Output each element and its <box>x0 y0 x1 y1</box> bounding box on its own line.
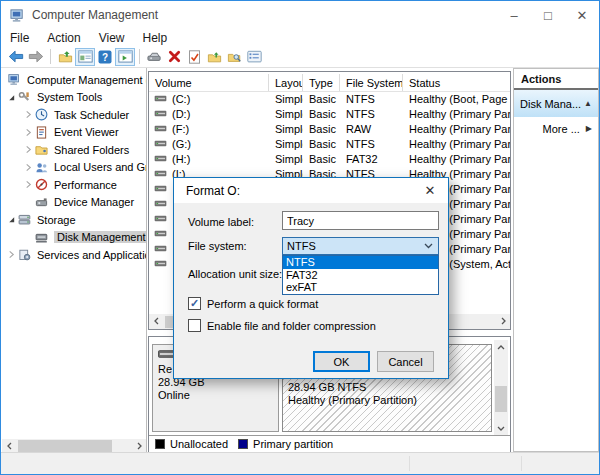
volume-icon <box>154 258 167 270</box>
volume-icon <box>154 153 167 165</box>
chevron-collapsed-icon[interactable] <box>22 145 35 154</box>
help-icon[interactable]: ? <box>95 48 115 66</box>
dropdown-option-ntfs[interactable]: NTFS <box>283 256 438 269</box>
scroll-down-icon[interactable] <box>494 421 508 435</box>
computer-management-window: Computer Management – □ ✕ FileActionView… <box>0 0 600 475</box>
statusbar <box>1 452 599 474</box>
sidebar-item-event-viewer[interactable]: Event Viewer <box>2 124 146 142</box>
chevron-collapsed-icon[interactable] <box>22 128 35 137</box>
properties-icon[interactable] <box>244 48 264 66</box>
scroll-right-icon[interactable] <box>496 314 510 328</box>
disk-vertical-scrollbar[interactable] <box>494 340 508 435</box>
sidebar-item-label: Event Viewer <box>54 126 119 138</box>
dialog-close-icon[interactable]: ✕ <box>412 178 448 203</box>
volume-letter: (C:) <box>172 93 190 105</box>
column-header-file-system[interactable]: File System <box>340 74 403 91</box>
quick-format-checkbox[interactable]: ✓ <box>188 297 201 310</box>
volume-icon <box>154 123 167 135</box>
volume-row[interactable]: (C:)SimpleBasicNTFSHealthy (Boot, Page F <box>149 91 510 106</box>
computer-management-app-icon[interactable] <box>10 8 25 23</box>
volume-row[interactable]: (D:)SimpleBasicNTFSHealthy (Primary Part <box>149 106 510 121</box>
chevron-expanded-icon[interactable] <box>5 215 18 224</box>
ok-button[interactable]: OK <box>313 351 370 372</box>
check-document-icon[interactable] <box>184 48 204 66</box>
file-system-value: NTFS <box>287 240 316 252</box>
sidebar-item-computer-management-l[interactable]: Computer Management (L <box>2 71 146 89</box>
delete-icon[interactable] <box>164 48 184 66</box>
column-header-volume[interactable]: Volume <box>149 74 269 91</box>
chevron-collapsed-icon[interactable] <box>22 180 35 189</box>
scroll-left-icon[interactable] <box>2 439 16 453</box>
menu-view[interactable]: View <box>90 31 134 45</box>
column-header-status[interactable]: Status <box>403 74 510 91</box>
minimize-icon[interactable]: – <box>497 1 531 29</box>
dropdown-option-fat32[interactable]: FAT32 <box>283 269 438 282</box>
disk-management-icon <box>35 231 50 244</box>
scroll-left-icon[interactable] <box>149 314 163 328</box>
tree-horizontal-scrollbar[interactable] <box>2 439 146 453</box>
shared-folders-icon <box>35 143 50 156</box>
collapse-up-icon[interactable]: ▲ <box>584 99 592 108</box>
sidebar-item-system-tools[interactable]: System Tools <box>2 89 146 107</box>
sidebar-item-label: Disk Management <box>54 231 147 243</box>
console-window-icon[interactable] <box>75 48 95 66</box>
volume-icon <box>154 168 167 180</box>
scroll-up-icon[interactable] <box>494 340 508 354</box>
menu-action[interactable]: Action <box>38 31 89 45</box>
folder-up-icon[interactable] <box>204 48 224 66</box>
scrollbar-thumb[interactable] <box>18 440 112 452</box>
actions-disk-management-item[interactable]: Disk Mana... ▲ <box>514 90 598 117</box>
svg-text:?: ? <box>102 51 108 62</box>
close-icon[interactable]: ✕ <box>565 1 599 29</box>
sidebar-item-performance[interactable]: Performance <box>2 176 146 194</box>
scroll-right-icon[interactable] <box>132 439 146 453</box>
sidebar-item-label: Task Scheduler <box>54 109 129 121</box>
file-system-caption: File system: <box>188 240 247 252</box>
column-header-layout[interactable]: Layout <box>269 74 303 91</box>
device-icon[interactable] <box>144 48 164 66</box>
chevron-collapsed-icon[interactable] <box>22 110 35 119</box>
volume-letter: (G:) <box>172 138 191 150</box>
performance-icon <box>35 178 50 191</box>
chevron-expanded-icon[interactable] <box>5 93 18 102</box>
chevron-collapsed-icon[interactable] <box>22 163 35 172</box>
folder-search-icon[interactable] <box>224 48 244 66</box>
dropdown-option-exfat[interactable]: exFAT <box>283 281 438 294</box>
actions-panel: Actions Disk Mana... ▲ More ... ▶ <box>513 68 599 452</box>
cancel-button[interactable]: Cancel <box>377 351 434 372</box>
sidebar-item-disk-management[interactable]: Disk Management <box>2 229 146 247</box>
volume-row[interactable]: (F:)SimpleBasicRAWHealthy (Primary Part <box>149 121 510 136</box>
volume-row[interactable]: (G:)SimpleBasicNTFSHealthy (Primary Part <box>149 136 510 151</box>
device-manager-icon <box>35 196 50 209</box>
type-cell: Basic <box>303 108 340 120</box>
file-system-cell: NTFS <box>340 108 403 120</box>
volume-label-input[interactable] <box>282 211 439 230</box>
volume-icon <box>154 183 167 195</box>
actions-disk-management-label: Disk Mana... <box>520 98 581 110</box>
status-cell: Healthy (Boot, Page F <box>403 93 510 105</box>
menu-help[interactable]: Help <box>134 31 177 45</box>
console-window-show-icon[interactable] <box>115 48 135 66</box>
file-system-select[interactable]: NTFS <box>282 237 439 255</box>
export-list-icon[interactable] <box>55 48 75 66</box>
scrollbar-thumb[interactable] <box>495 386 507 412</box>
volume-row[interactable]: (H:)SimpleBasicFAT32Healthy (Primary Par… <box>149 151 510 166</box>
volume-icon <box>154 108 167 120</box>
sidebar-item-services-and-applicatio[interactable]: Services and Applicatio <box>2 246 146 264</box>
actions-more-item[interactable]: More ... ▶ <box>514 117 598 140</box>
menu-file[interactable]: File <box>1 31 38 45</box>
maximize-icon[interactable]: □ <box>531 1 565 29</box>
back-icon[interactable] <box>6 48 26 66</box>
sidebar-item-task-scheduler[interactable]: Task Scheduler <box>2 106 146 124</box>
sidebar-item-local-users-and-gro[interactable]: Local Users and Gro <box>2 159 146 177</box>
sidebar-item-label: Shared Folders <box>54 144 129 156</box>
column-header-type[interactable]: Type <box>303 74 340 91</box>
sidebar-item-storage[interactable]: Storage <box>2 211 146 229</box>
sidebar-item-device-manager[interactable]: Device Manager <box>2 194 146 212</box>
forward-icon[interactable] <box>26 48 46 66</box>
sidebar-item-shared-folders[interactable]: Shared Folders <box>2 141 146 159</box>
sidebar-item-label: Services and Applicatio <box>37 249 147 261</box>
chevron-collapsed-icon[interactable] <box>5 250 18 259</box>
legend-swatch <box>238 439 248 449</box>
compression-checkbox[interactable] <box>188 319 201 332</box>
